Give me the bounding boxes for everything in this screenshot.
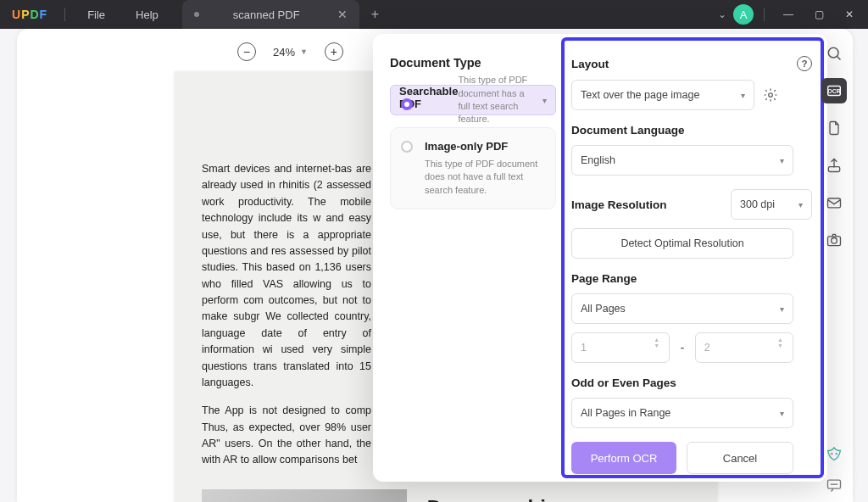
right-toolbar-bottom <box>815 446 853 494</box>
perform-ocr-button[interactable]: Perform OCR <box>571 442 676 474</box>
zoom-select[interactable]: 24%▼ <box>273 46 308 59</box>
menu-file[interactable]: File <box>72 8 120 21</box>
convert-icon[interactable] <box>821 115 847 141</box>
option-image-only-pdf[interactable]: Image-only PDF This type of PDF document… <box>390 127 556 209</box>
page-range-select[interactable]: All Pages <box>571 293 793 324</box>
odd-even-select[interactable]: All Pages in Range <box>571 398 793 428</box>
svg-point-20 <box>835 453 837 455</box>
ocr-panel-left: Document Type Searchable PDF This type o… <box>373 34 568 482</box>
svg-point-18 <box>832 238 837 244</box>
tab-indicator-icon <box>194 12 199 17</box>
option-searchable-pdf[interactable]: Searchable PDF This type of PDF document… <box>390 85 556 115</box>
option-desc: This type of PDF document has a full tex… <box>458 74 531 126</box>
zoom-in-button[interactable]: + <box>325 42 343 61</box>
divider <box>64 8 65 21</box>
resolution-select[interactable]: 300 dpi <box>731 189 812 220</box>
radio-selected-icon <box>401 98 413 110</box>
tab-title: scanned PDF <box>208 8 326 21</box>
language-label: Document Language <box>571 124 685 137</box>
resolution-label: Image Resolution <box>571 198 667 211</box>
doc-subheading: Demographic Characteristics <box>427 496 690 502</box>
page-to-input[interactable]: 2▲▼ <box>695 332 793 363</box>
close-button[interactable]: ✕ <box>836 3 863 26</box>
page-from-input[interactable]: 1▲▼ <box>571 332 670 363</box>
doc-paragraph: Smart devices and internet-bas are alrea… <box>202 161 371 391</box>
detect-resolution-button[interactable]: Detect Optimal Resolution <box>571 228 793 259</box>
ocr-panel-right: Layout ? Text over the page image Docume… <box>568 34 827 482</box>
language-select[interactable]: English <box>571 145 793 176</box>
help-icon[interactable]: ? <box>797 56 812 71</box>
chat-icon[interactable] <box>826 477 843 494</box>
range-dash: - <box>680 340 684 355</box>
search-icon[interactable] <box>821 41 847 66</box>
ocr-panel: Document Type Searchable PDF This type o… <box>373 34 827 482</box>
maximize-button[interactable]: ▢ <box>805 3 832 26</box>
divider <box>764 8 765 21</box>
radio-unselected-icon <box>401 141 413 153</box>
page-range-label: Page Range <box>571 272 637 285</box>
cancel-button[interactable]: Cancel <box>687 442 793 474</box>
app-window: − 24%▼ + Improve Smart devices and inter… <box>17 29 853 502</box>
svg-point-13 <box>828 47 838 58</box>
doc-paragraph: The App is not designed to comp Thus, as… <box>202 403 371 469</box>
svg-point-12 <box>769 93 773 98</box>
odd-even-label: Odd or Even Pages <box>571 376 676 389</box>
ai-assistant-icon[interactable] <box>825 446 843 465</box>
camera-icon[interactable] <box>821 227 847 253</box>
ocr-tool-icon[interactable]: OCR <box>821 78 847 103</box>
svg-point-19 <box>831 453 833 455</box>
layout-settings-icon[interactable] <box>763 87 778 103</box>
svg-rect-16 <box>828 198 841 208</box>
right-toolbar: OCR <box>815 41 853 253</box>
email-icon[interactable] <box>821 190 847 215</box>
zoom-out-button[interactable]: − <box>237 42 256 61</box>
app-logo: UPDF <box>0 8 58 21</box>
option-title: Image-only PDF <box>425 140 543 153</box>
menu-help[interactable]: Help <box>120 8 174 21</box>
new-tab-button[interactable]: + <box>359 7 391 22</box>
tab-active[interactable]: scanned PDF ✕ <box>182 0 359 29</box>
tab-close-icon[interactable]: ✕ <box>334 6 351 23</box>
doc-image <box>202 489 407 502</box>
layout-label: Layout <box>571 58 609 70</box>
tab-dropdown-icon[interactable]: ⌄ <box>715 8 730 20</box>
layout-select[interactable]: Text over the page image <box>571 80 754 110</box>
titlebar: UPDF File Help scanned PDF ✕ + ⌄ A ― ▢ ✕ <box>0 0 868 29</box>
zoom-toolbar: − 24%▼ + <box>237 42 343 61</box>
share-icon[interactable] <box>821 153 847 178</box>
option-desc: This type of PDF document does not have … <box>425 158 543 197</box>
avatar[interactable]: A <box>733 4 754 25</box>
svg-rect-15 <box>828 167 839 172</box>
minimize-button[interactable]: ― <box>775 3 802 26</box>
document-type-heading: Document Type <box>390 56 556 70</box>
